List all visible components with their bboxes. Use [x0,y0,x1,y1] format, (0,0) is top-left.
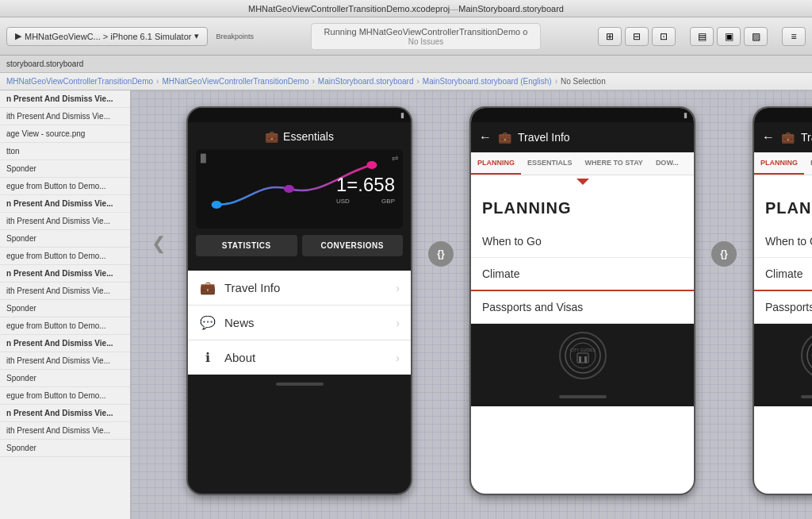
menu-label-about: About [224,351,388,364]
svg-point-2 [366,161,377,169]
sidebar-item-3[interactable]: tton [0,143,130,160]
battery-icon: ▮ [400,111,404,119]
breadcrumb-item-4[interactable]: MainStoryboard.storyboard (English) [423,77,552,86]
title-text: MHNatGeoViewControllerTransitionDemo.xco… [248,4,450,13]
orga-button[interactable]: ≡ [782,27,806,46]
section-title-3: PLANNING [754,188,812,225]
sidebar-item-11[interactable]: ith Present And Dismiss Vie... [0,283,130,300]
essentials-screen: 💼 Essentials ▉ ⇄ [188,122,411,271]
tab-essentials-3[interactable]: ESSENTIALS [804,152,812,175]
phone3-bottom-bar [754,387,812,406]
list-row-when-2[interactable]: When to Go [471,225,694,258]
svg-rect-8 [584,356,587,363]
list-row-passports-3[interactable]: Passports and Visas [754,291,812,324]
dark-footer-2: CITY GUIDES [471,324,694,387]
menu-item-news[interactable]: 💬 News › [188,306,411,340]
phone1-status-bar: ▮ [188,108,411,122]
scheme-button[interactable]: ▶ MHNatGeoViewC... > iPhone 6.1 Simulato… [6,27,208,46]
view-button[interactable]: ▤ [690,27,714,46]
battery-icon-2: ▮ [684,111,688,119]
sidebar-item-10[interactable]: n Present And Dismiss Vie... [0,265,130,283]
tab-where-2[interactable]: WHERE TO STAY [579,152,649,175]
connector-circle-1: {} [428,241,454,267]
sidebar-item-16[interactable]: Sponder [0,370,130,387]
view-button3[interactable]: ▨ [744,27,768,46]
editor-button3[interactable]: ⊡ [652,27,676,46]
sidebar-item-7[interactable]: ith Present And Dismiss Vie... [0,213,130,230]
phone1: ▮ 💼 Essentials ▉ ⇄ [186,106,412,495]
breadcrumb-item-1[interactable]: MHNatGeoViewControllerTransitionDemo [6,77,153,86]
message-menu-icon: 💬 [199,315,216,330]
phone1-bottom-bar [188,375,411,394]
sidebar-item-14[interactable]: n Present And Dismiss Vie... [0,335,130,352]
home-indicator-3 [801,395,812,398]
breadcrumb-item-3[interactable]: MainStoryboard.storyboard [318,77,414,86]
connector1: {} [428,241,454,267]
phone3: ▮ ← 💼 Travel Info PLANNING ESSENTIALS WH… [753,106,812,495]
city-guides-badge-3: CITY GUIDES [801,332,812,379]
conversions-button[interactable]: CONVERSIONS [302,235,404,256]
tab-dow-2[interactable]: DOW... [649,152,685,175]
sidebar-item-0[interactable]: n Present And Dismiss Vie... [0,90,130,108]
sidebar-item-13[interactable]: egue from Button to Demo... [0,317,130,335]
phone2-wrapper: ▮ ← 💼 Travel Info PLANNING ESSENTIALS WH… [469,106,695,495]
menu-item-about[interactable]: ℹ About › [188,340,411,375]
editor-button2[interactable]: ⊟ [625,27,649,46]
chart-area: ▉ ⇄ [196,149,403,229]
run-section: Running MHNatGeoViewControllerTransition… [259,23,593,50]
breakpoints-label: Breakpoints [216,33,254,40]
list-row-climate-2[interactable]: Climate [471,258,694,291]
chevron-down-icon: ▾ [194,31,199,41]
conversion-labels: USD GBP [336,198,395,205]
editor-button[interactable]: ⊞ [598,27,622,46]
sidebar-item-20[interactable]: Sponder [0,440,130,457]
sidebar-item-18[interactable]: n Present And Dismiss Vie... [0,405,130,422]
back-arrow-2[interactable]: ← [479,130,492,144]
file-tab[interactable]: storyboard.storyboard [6,60,83,68]
list-row-when-3[interactable]: When to Go [754,225,812,258]
tab-essentials-2[interactable]: ESSENTIALS [521,152,579,175]
phone2: ▮ ← 💼 Travel Info PLANNING ESSENTIALS WH… [469,106,695,495]
sidebar-item-12[interactable]: Sponder [0,300,130,317]
conversion-display: 1=.658 USD GBP [336,174,395,205]
phone1-wrapper: ▮ 💼 Essentials ▉ ⇄ [186,106,412,495]
tab-triangle-2 [576,179,589,185]
list-row-passports-2[interactable]: Passports and Visas [471,291,694,324]
back-arrow-3[interactable]: ← [762,130,775,144]
essentials-title: Essentials [283,130,334,143]
sidebar-item-9[interactable]: egue from Button to Demo... [0,248,130,265]
sidebar-item-15[interactable]: ith Present And Dismiss Vie... [0,352,130,370]
menu-label-travel: Travel Info [224,281,388,294]
breadcrumb-item-2[interactable]: MHNatGeoViewControllerTransitionDemo [162,77,308,86]
sidebar-item-1[interactable]: ith Present And Dismiss Vie... [0,108,130,125]
menu-item-travel[interactable]: 💼 Travel Info › [188,271,411,306]
gbp-label: GBP [381,198,395,205]
sidebar-item-5[interactable]: egue from Button to Demo... [0,178,130,195]
tab-planning-2[interactable]: PLANNING [471,152,521,175]
info-menu-icon: ℹ [199,350,216,365]
sidebar-item-17[interactable]: egue from Button to Demo... [0,387,130,405]
connector-symbol-2: {} [720,248,727,260]
chevron-right-icon-about: › [396,352,400,364]
city-guides-svg-3: CITY GUIDES [805,336,812,375]
menu-label-news: News [224,316,388,329]
usd-label: USD [336,198,350,205]
phone2-status-bar: ▮ [471,108,694,122]
view-button2[interactable]: ▣ [717,27,741,46]
toolbar: ▶ MHNatGeoViewC... > iPhone 6.1 Simulato… [0,17,812,56]
sidebar: n Present And Dismiss Vie... ith Present… [0,90,131,519]
tab-planning-3[interactable]: PLANNING [754,152,804,175]
left-arrow: ❮ [147,233,170,254]
svg-point-0 [212,201,222,209]
running-label: Running MHNatGeoViewControllerTransition… [324,27,528,37]
sidebar-item-6[interactable]: n Present And Dismiss Vie... [0,195,130,213]
scheme-icon: ▶ [15,31,21,41]
title-bar: MHNatGeoViewControllerTransitionDemo.xco… [0,0,812,17]
sidebar-item-2[interactable]: age View - source.png [0,125,130,143]
sidebar-item-4[interactable]: Sponder [0,160,130,178]
list-row-climate-3[interactable]: Climate [754,258,812,291]
sidebar-item-8[interactable]: Sponder [0,230,130,248]
sidebar-item-19[interactable]: ith Present And Dismiss Vie... [0,422,130,440]
statistics-button[interactable]: STATISTICS [196,235,297,256]
connector-symbol-1: {} [437,248,444,260]
